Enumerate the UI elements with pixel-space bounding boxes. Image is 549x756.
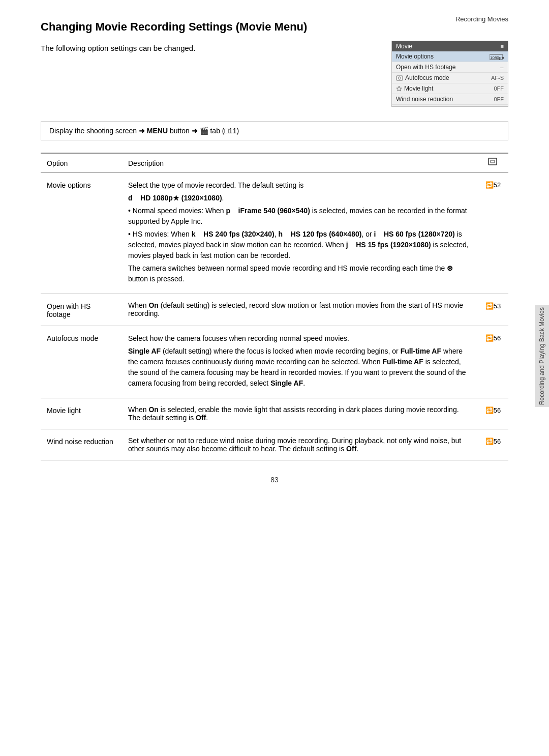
svg-rect-5 xyxy=(489,158,497,165)
menu-row-value-1: -- xyxy=(500,64,504,70)
page-number: 83 xyxy=(41,476,508,484)
menu-row-open-hs: Open with HS footage -- xyxy=(392,62,508,73)
table-row-movie-light: Movie light When On is selected, enable … xyxy=(41,398,508,429)
table-row-open-hs: Open with HS footage When On (default se… xyxy=(41,294,508,326)
page-title: Changing Movie Recording Settings (Movie… xyxy=(41,20,508,34)
svg-marker-4 xyxy=(396,86,402,91)
option-label-wind-noise: Wind noise reduction xyxy=(41,429,122,460)
menu-row-label-0: Movie options xyxy=(396,53,434,60)
menu-row-label-1: Open with HS footage xyxy=(396,64,455,71)
ref-movie-light: 🔁56 xyxy=(478,398,508,429)
menu-row-movie-options: Movie options 1080p★ xyxy=(392,51,508,62)
desc-movie-light: When On is selected, enable the movie li… xyxy=(122,398,478,429)
desc-wind-noise: Set whether or not to reduce wind noise … xyxy=(122,429,478,460)
ref-movie-options: 🔁52 xyxy=(478,173,508,294)
svg-rect-6 xyxy=(491,160,495,163)
ref-autofocus: 🔁56 xyxy=(478,326,508,398)
nav-instruction: Display the shooting screen ➜ MENU butto… xyxy=(41,121,508,140)
intro-row: The following option settings can be cha… xyxy=(41,41,508,107)
intro-text: The following option settings can be cha… xyxy=(41,41,195,52)
side-tab: Recording and Playing Back Movies xyxy=(535,305,549,407)
page-ref-nav: □11 xyxy=(225,127,237,135)
menu-row-value-0: 1080p★ xyxy=(490,53,504,60)
main-table: Option Description Movie options Select … xyxy=(41,153,508,460)
menu-icon: ≡ xyxy=(501,43,504,49)
menu-row-wind-noise: Wind noise reduction 0FF xyxy=(392,94,508,105)
option-label-movie-light: Movie light xyxy=(41,398,122,429)
option-label-movie-options: Movie options xyxy=(41,173,122,294)
tab-icon: 🎬 xyxy=(200,127,208,135)
ref-open-hs: 🔁53 xyxy=(478,294,508,326)
arrow-icon-1: ➜ xyxy=(139,127,147,135)
svg-rect-2 xyxy=(396,76,403,80)
col-header-option: Option xyxy=(41,153,122,173)
menu-row-movie-light: Movie light 0FF xyxy=(392,83,508,94)
desc-open-hs: When On (default setting) is selected, r… xyxy=(122,294,478,326)
menu-title-bar: Movie ≡ xyxy=(392,41,508,51)
table-row-wind-noise: Wind noise reduction Set whether or not … xyxy=(41,429,508,460)
menu-title: Movie xyxy=(396,43,412,50)
menu-row-label-3: Movie light xyxy=(404,85,433,92)
ref-wind-noise: 🔁56 xyxy=(478,429,508,460)
ref-icon-movie-light: 🔁 xyxy=(485,406,494,414)
svg-point-3 xyxy=(399,77,401,79)
menu-screenshot: Movie ≡ Movie options 1080p★ Open wi xyxy=(391,41,508,107)
option-label-open-hs: Open with HS footage xyxy=(41,294,122,326)
option-label-autofocus: Autofocus mode xyxy=(41,326,122,398)
ref-icon-open-hs: 🔁 xyxy=(485,302,494,310)
section-label: Recording Movies xyxy=(455,15,508,23)
movie-light-icon xyxy=(396,85,402,92)
menu-row-value-2: AF-S xyxy=(491,75,504,81)
ref-icon-autofocus: 🔁 xyxy=(485,334,494,342)
menu-row-value-4: 0FF xyxy=(494,96,504,102)
desc-autofocus: Select how the camera focuses when recor… xyxy=(122,326,478,398)
desc-movie-options: Select the type of movie recorded. The d… xyxy=(122,173,478,294)
col-header-ref xyxy=(478,153,508,173)
table-row-movie-options: Movie options Select the type of movie r… xyxy=(41,173,508,294)
menu-row-label-4: Wind noise reduction xyxy=(396,96,453,103)
arrow-icon-2: ➜ xyxy=(192,127,200,135)
col-header-description: Description xyxy=(122,153,478,173)
menu-row-value-3: 0FF xyxy=(494,85,504,92)
autofocus-icon xyxy=(396,75,403,81)
ref-icon-movie-options: 🔁 xyxy=(485,181,494,189)
table-row-autofocus: Autofocus mode Select how the camera foc… xyxy=(41,326,508,398)
menu-button-label: MENU xyxy=(147,127,168,135)
svg-text:1080p★: 1080p★ xyxy=(490,55,504,60)
menu-rows: Movie options 1080p★ Open with HS footag… xyxy=(392,51,508,105)
ref-icon-wind-noise: 🔁 xyxy=(485,438,494,445)
menu-row-label-2: Autofocus mode xyxy=(405,74,449,81)
side-tab-label: Recording and Playing Back Movies xyxy=(538,307,545,405)
menu-row-autofocus: Autofocus mode AF-S xyxy=(392,73,508,83)
